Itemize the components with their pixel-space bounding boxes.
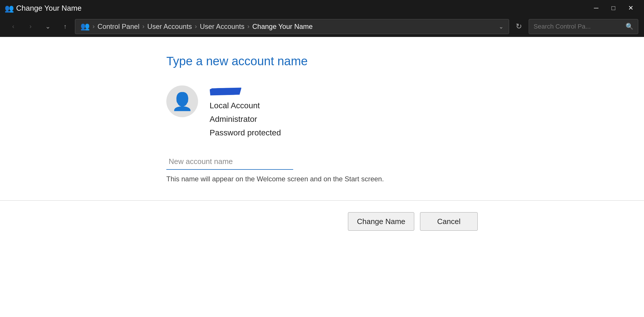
title-bar: 👥 Change Your Name ─ □ ✕ — [0, 0, 644, 16]
window-title: Change Your Name — [16, 4, 584, 13]
window-controls: ─ □ ✕ — [587, 0, 639, 16]
change-name-button[interactable]: Change Name — [348, 212, 414, 231]
breadcrumb-control-panel[interactable]: Control Panel — [97, 23, 139, 31]
search-box[interactable]: 🔍 — [529, 19, 638, 34]
page-title: Type a new account name — [166, 54, 478, 68]
cancel-button[interactable]: Cancel — [420, 212, 478, 231]
close-button[interactable]: ✕ — [622, 0, 639, 16]
main-content: Type a new account name 👤 Local Account … — [0, 37, 644, 317]
person-icon: 👤 — [172, 91, 193, 112]
back-button[interactable]: ‹ — [6, 19, 21, 34]
account-status: Password protected — [210, 126, 281, 139]
account-type: Local Account — [210, 99, 281, 112]
input-hint: This name will appear on the Welcome scr… — [166, 175, 478, 183]
breadcrumb-user-accounts-2[interactable]: User Accounts — [200, 23, 244, 31]
window-icon: 👥 — [5, 4, 13, 12]
up-button[interactable]: ↑ — [58, 19, 73, 34]
minimize-button[interactable]: ─ — [587, 0, 605, 16]
forward-button[interactable]: › — [23, 19, 38, 34]
avatar: 👤 — [166, 85, 198, 117]
breadcrumb-change-name: Change Your Name — [252, 23, 312, 31]
address-icon: 👥 — [80, 22, 90, 31]
new-account-name-input[interactable] — [166, 154, 293, 170]
address-dropdown-arrow[interactable]: ⌄ — [499, 23, 504, 30]
buttons-area: Change Name Cancel — [149, 212, 495, 231]
breadcrumb-user-accounts-1[interactable]: User Accounts — [147, 23, 192, 31]
account-section: 👤 Local Account Administrator Password p… — [166, 85, 478, 139]
search-input[interactable] — [534, 23, 623, 30]
input-section: This name will appear on the Welcome scr… — [166, 154, 478, 183]
content-area: Type a new account name 👤 Local Account … — [149, 54, 495, 189]
divider — [0, 200, 644, 201]
address-bar[interactable]: 👥 › Control Panel › User Accounts › User… — [75, 19, 509, 34]
account-info: Local Account Administrator Password pro… — [210, 85, 281, 139]
refresh-button[interactable]: ↻ — [511, 19, 526, 34]
dropdown-button[interactable]: ⌄ — [40, 19, 55, 34]
redacted-name — [209, 87, 242, 96]
account-role: Administrator — [210, 113, 281, 126]
address-bar-container: ‹ › ⌄ ↑ 👥 › Control Panel › User Account… — [0, 16, 644, 37]
search-icon[interactable]: 🔍 — [626, 23, 633, 30]
maximize-button[interactable]: □ — [605, 0, 622, 16]
